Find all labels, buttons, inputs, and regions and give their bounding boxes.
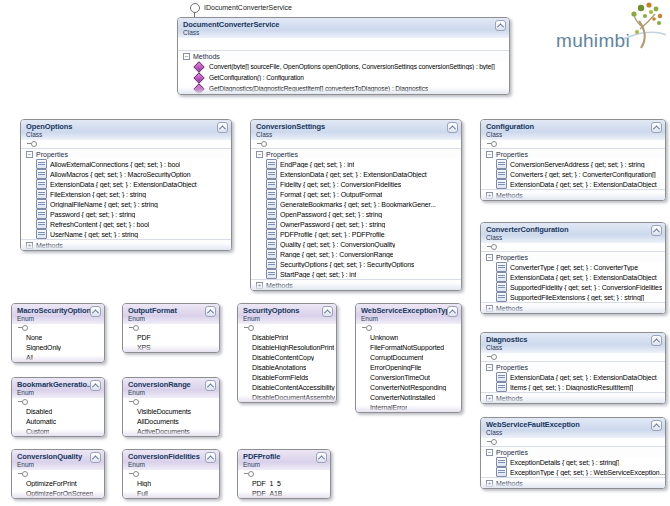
collapse-section-icon[interactable]: − <box>486 254 493 261</box>
property-item[interactable]: AllowMacros { get; set; } : MacroSecurit… <box>21 169 231 179</box>
section-properties[interactable]: −Properties <box>481 251 665 262</box>
property-item[interactable]: PDFProfile { get; set; } : PDFProfile <box>251 229 461 239</box>
box-header[interactable]: ConversionQualityEnum <box>12 450 104 470</box>
enum-box-web-service-exception-type[interactable]: WebServiceExceptionTypeEnumUnknownFileFo… <box>355 303 462 413</box>
property-item[interactable]: StartPage { get; set; } : int <box>251 269 461 279</box>
enum-member[interactable]: ConversionTimeOut <box>356 372 461 382</box>
expand-icon[interactable]: + <box>486 305 493 312</box>
property-item[interactable]: ConversionServerAddress { get; set; } : … <box>481 159 665 169</box>
collapse-button[interactable] <box>217 122 228 133</box>
expand-icon[interactable]: + <box>256 282 263 289</box>
enum-member[interactable]: None <box>12 332 104 342</box>
enum-member[interactable]: PDF <box>123 332 219 342</box>
property-item[interactable]: OwnerPassword { get; set; } : string <box>251 219 461 229</box>
enum-member[interactable]: ConverterNotInstalled <box>356 392 461 402</box>
collapse-section-icon[interactable]: − <box>486 151 493 158</box>
collapse-button[interactable] <box>322 306 333 317</box>
section-methods[interactable]: +Methods <box>21 239 231 250</box>
class-box-conversion-settings[interactable]: ConversionSettingsClass−PropertiesEndPag… <box>250 119 462 291</box>
collapse-button[interactable] <box>316 452 327 463</box>
collapse-button[interactable] <box>205 452 216 463</box>
section-methods[interactable]: +Methods <box>251 279 461 290</box>
class-box-document-converter-service[interactable]: DocumentConverterServiceClass−MethodsCon… <box>177 17 510 95</box>
enum-box-conversion-quality[interactable]: ConversionQualityEnumOptimizeForPrintOpt… <box>11 449 105 499</box>
enum-member[interactable]: DisableDocumentAssembly <box>238 392 336 402</box>
enum-member[interactable]: FileFormatNotSupported <box>356 342 461 352</box>
enum-member[interactable]: DisableFormFields <box>238 372 336 382</box>
enum-box-conversion-range[interactable]: ConversionRangeEnumVisibleDocumentsAllDo… <box>122 377 220 437</box>
section-properties[interactable]: −Properties <box>251 148 461 159</box>
enum-member[interactable]: DisableContentAccessibility <box>238 382 336 392</box>
box-header[interactable]: ConversionSettingsClass <box>251 120 461 140</box>
property-item[interactable]: SupportedFidelity { get; set; } : Conver… <box>481 282 665 292</box>
property-item[interactable]: Quality { get; set; } : ConversionQualit… <box>251 239 461 249</box>
property-item[interactable]: RefreshContent { get; set; } : bool <box>21 219 231 229</box>
property-item[interactable]: ConverterType { get; set; } : ConverterT… <box>481 262 665 272</box>
enum-member[interactable]: OptimizeForPrint <box>12 478 104 488</box>
collapse-section-icon[interactable]: − <box>256 151 263 158</box>
section-methods[interactable]: +Methods <box>481 189 665 200</box>
collapse-button[interactable] <box>205 380 216 391</box>
collapse-button[interactable] <box>447 306 458 317</box>
enum-member[interactable]: VisibleDocuments <box>123 406 219 416</box>
box-header[interactable]: DiagnosticsClass <box>481 333 665 353</box>
enum-box-conversion-fidelities[interactable]: ConversionFidelitiesEnumHighFull <box>122 449 220 499</box>
property-item[interactable]: EndPage { get; set; } : int <box>251 159 461 169</box>
collapse-button[interactable] <box>205 306 216 317</box>
enum-member[interactable]: Unknown <box>356 332 461 342</box>
property-item[interactable]: ExtensionData { get; set; } : ExtensionD… <box>481 272 665 282</box>
enum-box-output-format[interactable]: OutputFormatEnumPDFXPS <box>122 303 220 353</box>
section-methods[interactable]: −Methods <box>178 50 509 61</box>
property-item[interactable]: UserName { get; set; } : string <box>21 229 231 239</box>
property-item[interactable]: OpenPassword { get; set; } : string <box>251 209 461 219</box>
property-item[interactable]: Range { get; set; } : ConversionRange <box>251 249 461 259</box>
box-header[interactable]: OutputFormatEnum <box>123 304 219 324</box>
property-item[interactable]: GenerateBookmarks { get; set; } : Bookma… <box>251 199 461 209</box>
enum-member[interactable]: DisablePrint <box>238 332 336 342</box>
property-item[interactable]: SecurityOptions { get; set; } : Security… <box>251 259 461 269</box>
property-item[interactable]: OriginalFileName { get; set; } : string <box>21 199 231 209</box>
collapse-button[interactable] <box>651 122 662 133</box>
collapse-button[interactable] <box>90 306 101 317</box>
property-item[interactable]: ExceptionDetails { get; set; } : string[… <box>481 457 665 467</box>
box-header[interactable]: WebServiceExceptionTypeEnum <box>356 304 461 324</box>
box-header[interactable]: SecurityOptionsEnum <box>238 304 336 324</box>
enum-box-bookmark-generation[interactable]: BookmarkGeneratio...EnumDisabledAutomati… <box>11 377 105 437</box>
enum-box-macro-security-option[interactable]: MacroSecurityOptionEnumNoneSignedOnlyAll <box>11 303 105 363</box>
enum-member[interactable]: PDF_A1B <box>238 488 330 498</box>
box-header[interactable]: ConverterConfigurationClass <box>481 223 665 243</box>
box-header[interactable]: WebServiceFaultExceptionClass <box>481 418 665 438</box>
property-item[interactable]: Items { get; set; } : DiagnosticResultIt… <box>481 382 665 392</box>
property-item[interactable]: Password { get; set; } : string <box>21 209 231 219</box>
enum-member[interactable]: AllDocuments <box>123 416 219 426</box>
box-header[interactable]: MacroSecurityOptionEnum <box>12 304 104 324</box>
box-header[interactable]: ConfigurationClass <box>481 120 665 140</box>
expand-icon[interactable]: + <box>26 242 33 249</box>
enum-member[interactable]: DisableHighResolutionPrint <box>238 342 336 352</box>
property-item[interactable]: ExtensionData { get; set; } : ExtensionD… <box>251 169 461 179</box>
section-properties[interactable]: −Properties <box>481 361 665 372</box>
box-header[interactable]: ConversionRangeEnum <box>123 378 219 398</box>
expand-icon[interactable]: + <box>486 480 493 487</box>
enum-member[interactable]: ActiveDocuments <box>123 426 219 436</box>
enum-member[interactable]: All <box>12 352 104 362</box>
method-item[interactable]: Convert(byte[] sourceFile, OpenOptions o… <box>178 61 509 72</box>
property-item[interactable]: ExceptionType { get; set; } : WebService… <box>481 467 665 477</box>
box-header[interactable]: DocumentConverterServiceClass <box>178 18 509 38</box>
enum-box-security-options[interactable]: SecurityOptionsEnumDisablePrintDisableHi… <box>237 303 337 403</box>
property-item[interactable]: SupportedFileExtensions { get; set; } : … <box>481 292 665 302</box>
enum-member[interactable]: Custom <box>12 426 104 436</box>
section-properties[interactable]: −Properties <box>481 148 665 159</box>
section-properties[interactable]: −Properties <box>481 446 665 457</box>
box-header[interactable]: BookmarkGeneratio...Enum <box>12 378 104 398</box>
collapse-button[interactable] <box>90 380 101 391</box>
section-methods[interactable]: +Methods <box>481 392 665 403</box>
collapse-button[interactable] <box>651 335 662 346</box>
expand-icon[interactable]: + <box>486 192 493 199</box>
section-methods[interactable]: +Methods <box>481 477 665 488</box>
class-box-configuration[interactable]: ConfigurationClass−PropertiesConversionS… <box>480 119 666 201</box>
enum-member[interactable]: DisableAnotations <box>238 362 336 372</box>
enum-box-pdf-profile[interactable]: PDFProfileEnumPDF_1_5PDF_A1B <box>237 449 331 499</box>
collapse-button[interactable] <box>651 420 662 431</box>
property-item[interactable]: FileExtension { get; set; } : string <box>21 189 231 199</box>
